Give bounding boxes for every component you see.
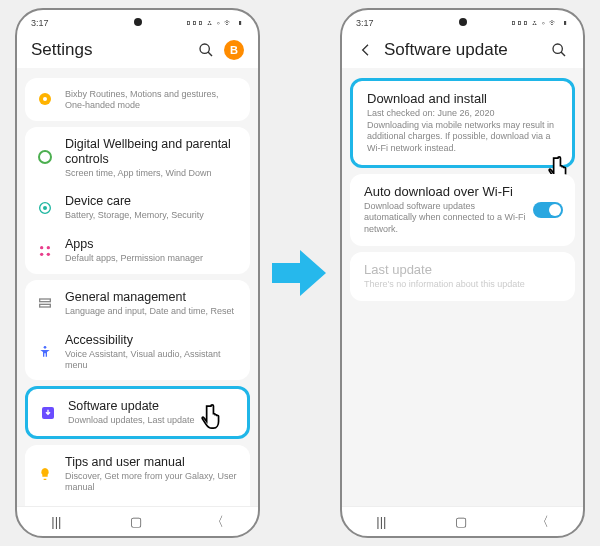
settings-item-device-care[interactable]: Device care Battery, Storage, Memory, Se…	[25, 186, 250, 229]
svg-line-1	[208, 52, 212, 56]
settings-item-apps[interactable]: Apps Default apps, Permission manager	[25, 229, 250, 272]
settings-item-wellbeing[interactable]: Digital Wellbeing and parental controls …	[25, 129, 250, 187]
update-item-label: Last update	[364, 262, 561, 277]
top-card: Bixby Routines, Motions and gestures, On…	[25, 78, 250, 121]
settings-item-about[interactable]: About phone Status, Legal information, P…	[25, 501, 250, 506]
nav-home[interactable]: ▢	[130, 514, 142, 529]
settings-item-sub: Bixby Routines, Motions and gestures, On…	[65, 89, 240, 111]
settings-item-general[interactable]: General management Language and input, D…	[25, 282, 250, 325]
svg-point-8	[47, 246, 50, 249]
update-item-download-install[interactable]: Download and install Last checked on: Ju…	[350, 78, 575, 168]
search-icon[interactable]	[549, 40, 569, 60]
settings-item-sub: Download updates, Last update	[68, 415, 237, 426]
svg-point-0	[200, 44, 209, 53]
settings-item-label: Accessibility	[65, 333, 240, 348]
settings-item-label: Tips and user manual	[65, 455, 240, 470]
status-time: 3:17	[31, 18, 49, 28]
settings-item-accessibility[interactable]: Accessibility Voice Assistant, Visual au…	[25, 325, 250, 379]
settings-item-bixby[interactable]: Bixby Routines, Motions and gestures, On…	[25, 80, 250, 119]
settings-item-sub: Default apps, Permission manager	[65, 253, 240, 264]
update-item-sub: There's no information about this update	[364, 279, 561, 291]
card-group-1: Digital Wellbeing and parental controls …	[25, 127, 250, 274]
page-title: Software update	[384, 40, 541, 60]
settings-item-sub: Screen time, App timers, Wind Down	[65, 168, 240, 179]
svg-point-10	[47, 252, 50, 255]
settings-content: Bixby Routines, Motions and gestures, On…	[17, 68, 258, 506]
update-item-label: Auto download over Wi-Fi	[364, 184, 561, 199]
card-group-3: Tips and user manual Discover, Get more …	[25, 445, 250, 506]
phone-left: 3:17 ▯▯▯ ⁂ ◦ ᯤ ▮ Settings B Bixby Routin…	[15, 8, 260, 538]
nav-recents[interactable]: |||	[376, 514, 386, 529]
update-item-last-update: Last update There's no information about…	[350, 252, 575, 301]
general-icon	[35, 293, 55, 313]
nav-recents[interactable]: |||	[51, 514, 61, 529]
settings-item-label: Apps	[65, 237, 240, 252]
settings-item-software-update[interactable]: Software update Download updates, Last u…	[28, 391, 247, 434]
card-group-2: General management Language and input, D…	[25, 280, 250, 380]
search-icon[interactable]	[196, 40, 216, 60]
apps-icon	[35, 241, 55, 261]
settings-item-label: General management	[65, 290, 240, 305]
svg-rect-12	[40, 305, 51, 308]
wellbeing-icon	[35, 147, 55, 167]
settings-item-sub: Voice Assistant, Visual audio, Assistant…	[65, 349, 240, 371]
avatar[interactable]: B	[224, 40, 244, 60]
page-title: Settings	[31, 40, 188, 60]
camera-hole	[459, 18, 467, 26]
tips-icon	[35, 464, 55, 484]
nav-bar: ||| ▢ 〈	[17, 506, 258, 536]
status-icons: ▯▯▯ ⁂ ◦ ᯤ ▮	[511, 18, 569, 28]
update-item-auto-download[interactable]: Auto download over Wi-Fi Download softwa…	[350, 174, 575, 246]
nav-home[interactable]: ▢	[455, 514, 467, 529]
update-item-sub: Download software updates automatically …	[364, 201, 561, 236]
settings-item-sub: Language and input, Date and time, Reset	[65, 306, 240, 317]
nav-bar: ||| ▢ 〈	[342, 506, 583, 536]
back-icon[interactable]	[356, 40, 376, 60]
svg-point-18	[553, 44, 562, 53]
settings-header: Settings B	[17, 34, 258, 68]
svg-rect-11	[40, 299, 51, 302]
gear-icon	[35, 89, 55, 109]
card-software-update: Software update Download updates, Last u…	[25, 386, 250, 439]
status-time: 3:17	[356, 18, 374, 28]
accessibility-icon	[35, 342, 55, 362]
settings-item-sub: Discover, Get more from your Galaxy, Use…	[65, 471, 240, 493]
nav-back[interactable]: 〈	[536, 513, 549, 531]
settings-item-label: Software update	[68, 399, 237, 414]
svg-point-7	[40, 246, 43, 249]
settings-item-tips[interactable]: Tips and user manual Discover, Get more …	[25, 447, 250, 501]
phone-right: 3:17 ▯▯▯ ⁂ ◦ ᯤ ▮ Software update Downloa…	[340, 8, 585, 538]
update-item-sub: Last checked on: June 26, 2020 Downloadi…	[367, 108, 558, 155]
settings-item-label: Digital Wellbeing and parental controls	[65, 137, 240, 167]
svg-point-3	[43, 97, 47, 101]
svg-point-13	[44, 346, 47, 349]
svg-point-4	[39, 151, 51, 163]
update-content: Download and install Last checked on: Ju…	[342, 68, 583, 506]
svg-point-6	[43, 206, 47, 210]
svg-point-9	[40, 252, 43, 255]
arrow-icon	[270, 238, 330, 308]
settings-item-sub: Battery, Storage, Memory, Security	[65, 210, 240, 221]
device-care-icon	[35, 198, 55, 218]
svg-line-19	[561, 52, 565, 56]
settings-item-label: Device care	[65, 194, 240, 209]
camera-hole	[134, 18, 142, 26]
status-icons: ▯▯▯ ⁂ ◦ ᯤ ▮	[186, 18, 244, 28]
update-item-label: Download and install	[367, 91, 558, 106]
update-header: Software update	[342, 34, 583, 68]
nav-back[interactable]: 〈	[211, 513, 224, 531]
software-update-icon	[38, 403, 58, 423]
wifi-toggle[interactable]	[533, 202, 563, 218]
